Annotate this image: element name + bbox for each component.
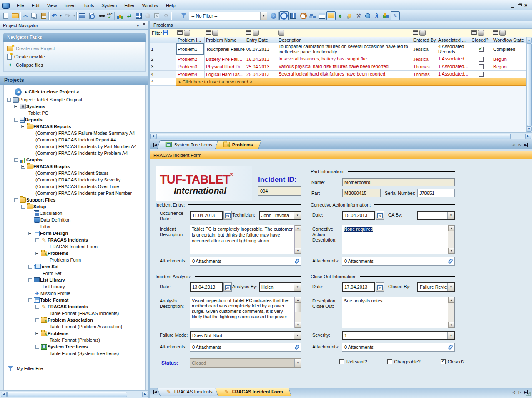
cut-icon[interactable]: [21, 11, 30, 20]
table-row[interactable]: 3 Problem3 Physical Hard Di... 25.04.201…: [150, 63, 528, 71]
filter-menu-icon[interactable]: [206, 30, 211, 35]
scroll-down-icon[interactable]: ▼: [448, 248, 454, 254]
chevron-down-icon[interactable]: [294, 332, 301, 339]
resize-grip[interactable]: [526, 392, 531, 397]
redo-icon[interactable]: [63, 11, 72, 20]
undo-icon[interactable]: [50, 11, 59, 20]
closed-checkbox[interactable]: [479, 57, 484, 62]
failure-mode-dropdown[interactable]: Does Not Start: [190, 331, 301, 340]
associated-cell[interactable]: 1 Associated...: [437, 55, 470, 63]
tree-item[interactable]: FRACAS Incidents: [4, 303, 145, 310]
form-designer-icon[interactable]: [391, 11, 400, 20]
menu-item[interactable]: File: [13, 2, 28, 9]
filter-button[interactable]: [253, 30, 259, 36]
column-header[interactable]: Closed?: [470, 37, 492, 43]
entered-by-cell[interactable]: Thomas: [412, 63, 437, 70]
security-icon[interactable]: [345, 11, 354, 20]
tree-item[interactable]: (Common) FRACAS Incidents Over Time: [4, 183, 145, 190]
web-sync-icon[interactable]: [363, 11, 372, 20]
workflow-state-cell[interactable]: Begun: [492, 63, 528, 70]
entry-date-cell[interactable]: 16.04.2013: [245, 55, 277, 63]
navigator-task[interactable]: Collapse files: [5, 61, 144, 69]
table-row[interactable]: 1 Problem1 Touchpanel Failure 05.07.2013…: [150, 43, 528, 55]
excel-export-icon[interactable]: [152, 11, 161, 20]
incident-description-textarea[interactable]: Tablet PC is completely inoperable. The …: [190, 225, 301, 254]
technician-dropdown[interactable]: John Travolta: [259, 211, 301, 220]
chevron-down-icon[interactable]: [447, 212, 454, 219]
paperclip-icon[interactable]: [446, 345, 454, 350]
problem-id-cell[interactable]: Problem1: [176, 43, 205, 55]
textarea-scrollbar[interactable]: ▲▼: [448, 297, 454, 328]
lambda-icon[interactable]: [372, 11, 381, 20]
checkbox[interactable]: [339, 359, 344, 364]
tree-item[interactable]: (Common) FRACAS Incidents per Part Numbe…: [4, 190, 145, 196]
part-number-field[interactable]: MB060415: [342, 189, 381, 197]
tab-next-icon[interactable]: ▷: [519, 390, 521, 394]
tree-item[interactable]: Form Set: [4, 270, 145, 277]
table-row[interactable]: 4 Problem4 Logical Hard Dis... 25.04.201…: [150, 71, 528, 78]
tree-item[interactable]: System Tree Items: [4, 343, 145, 350]
tools-icon[interactable]: [354, 11, 363, 20]
closed-checkbox[interactable]: [479, 47, 484, 52]
column-header[interactable]: Workflow State: [492, 37, 528, 43]
menu-item[interactable]: Filter: [120, 2, 138, 9]
tree-item[interactable]: Systems: [4, 103, 145, 110]
filter-menu-icon[interactable]: [246, 30, 251, 35]
tree-item[interactable]: (Common) FRACAS Incidents by Problem A4: [4, 150, 145, 156]
workflow-icon[interactable]: [308, 11, 317, 20]
closed-checkbox[interactable]: [479, 72, 484, 77]
calendar-icon[interactable]: 24: [223, 282, 232, 292]
scroll-down-icon[interactable]: ▼: [448, 322, 454, 328]
ca-date-field[interactable]: 15.04.2013: [342, 211, 375, 220]
scroll-left-icon[interactable]: ◀: [1, 392, 7, 397]
tree-item[interactable]: Table Format (Problems): [4, 337, 145, 343]
tree-item[interactable]: Problems: [4, 250, 145, 257]
row-number-cell[interactable]: 1: [150, 43, 176, 55]
row-number-cell[interactable]: 3: [150, 63, 176, 70]
filter-button[interactable]: [212, 30, 218, 36]
entry-date-cell[interactable]: 05.07.2013: [245, 43, 277, 55]
scroll-up-icon[interactable]: ▲: [448, 297, 454, 303]
textarea-scrollbar[interactable]: ▲▼: [294, 297, 301, 328]
entry-date-cell[interactable]: 25.04.2013: [245, 71, 277, 78]
open-folder-icon[interactable]: [10, 11, 20, 20]
workflow-state-cell[interactable]: Begun: [492, 55, 528, 63]
problem-name-cell[interactable]: Logical Hard Dis...: [205, 71, 245, 78]
tree-item[interactable]: FRACAS Reports: [4, 123, 145, 130]
column-header[interactable]: Problem I...: [176, 37, 205, 43]
scrollbar-thumb[interactable]: [527, 43, 532, 126]
blocks-icon[interactable]: [381, 11, 391, 20]
incident-description-text[interactable]: Tablet PC is completely inoperable. The …: [190, 225, 294, 254]
tab-first-icon[interactable]: ◀: [153, 143, 157, 147]
tree-item[interactable]: (Common) FRACAS Failure Modes Summary A4: [4, 130, 145, 136]
chart-icon[interactable]: [115, 11, 125, 20]
expander-minus-icon[interactable]: [21, 165, 25, 169]
tree-item[interactable]: (Common) FRACAS Incident Report A4: [4, 136, 145, 143]
column-header[interactable]: Associated ...: [437, 37, 470, 43]
ca-description-textarea[interactable]: None required ▲▼: [342, 225, 455, 254]
tree-item[interactable]: Mission Profile: [4, 290, 145, 297]
tab[interactable]: System Tree Items: [157, 140, 221, 149]
textarea-scrollbar[interactable]: ▲▼: [448, 225, 454, 254]
tree-item[interactable]: Support Files: [4, 196, 145, 203]
help-icon[interactable]: [269, 11, 278, 20]
expander-minus-icon[interactable]: [35, 252, 39, 255]
tree-item[interactable]: Table Format (Problem Association): [4, 323, 145, 330]
tree-item[interactable]: Tablet PC: [4, 110, 145, 116]
calculator-icon[interactable]: [134, 11, 143, 20]
close-out-description-textarea[interactable]: See analysis notes. ▲▼: [342, 297, 455, 328]
tree-item[interactable]: Data Definition: [4, 217, 145, 223]
analysis-by-dropdown[interactable]: Helen: [259, 282, 301, 292]
columns-icon[interactable]: [289, 11, 298, 20]
minimize-icon[interactable]: [511, 4, 514, 8]
tree-item[interactable]: Problems: [4, 330, 145, 337]
description-cell[interactable]: Various physical hard disk failures have…: [277, 63, 412, 70]
tree-item[interactable]: Table Format (FRACAS Incidents): [4, 310, 145, 317]
scroll-left-icon[interactable]: ◀: [150, 134, 156, 139]
scrollbar-thumb[interactable]: [156, 134, 511, 139]
menu-item[interactable]: View: [43, 2, 61, 9]
import-export-icon[interactable]: [125, 11, 134, 20]
expander-minus-icon[interactable]: [28, 278, 32, 282]
entry-date-cell[interactable]: 25.04.2013: [245, 63, 277, 70]
occurrence-date-field[interactable]: 11.04.2013: [190, 211, 223, 220]
